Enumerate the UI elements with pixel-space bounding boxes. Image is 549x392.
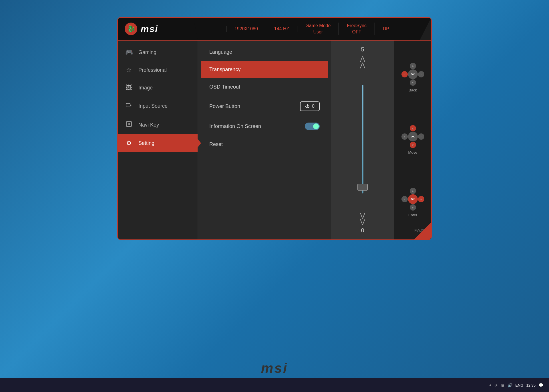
svg-marker-1 bbox=[130, 105, 132, 106]
sidebar-label-setting: Setting bbox=[138, 140, 154, 146]
slider-max-value: 5 bbox=[361, 46, 364, 53]
menu-area: Language Transparency OSD Timeout Power … bbox=[198, 41, 331, 239]
svg-rect-2 bbox=[126, 121, 132, 127]
dpad-down-btn-enter[interactable]: ∨ bbox=[410, 204, 416, 211]
header-freesync: FreeSync OFF bbox=[339, 23, 375, 35]
taskbar-monitor-icon: 🖥 bbox=[501, 383, 505, 387]
gaming-icon: 🎮 bbox=[125, 49, 133, 56]
slider-arrow-down[interactable]: ⋁⋁ bbox=[360, 212, 365, 225]
taskbar-right: ∧ ✈ 🖥 🔊 ENG 12:35 💬 bbox=[489, 383, 543, 387]
right-controls: ‹‹ OK › ∧ ∨ Back ∧ ∨ ‹ › OK Move bbox=[394, 41, 431, 239]
power-button-label: Power Button bbox=[209, 103, 240, 109]
reset-label: Reset bbox=[209, 141, 223, 147]
enter-dpad: ∧ ∨ ‹ ›› OK bbox=[401, 188, 424, 211]
power-button-icon: ⏻ bbox=[305, 104, 310, 109]
menu-item-information-on-screen[interactable]: Information On Screen bbox=[198, 117, 331, 136]
taskbar-notification-icon[interactable]: 💬 bbox=[538, 383, 543, 387]
dpad-right-btn-enter[interactable]: ›› bbox=[418, 196, 424, 202]
taskbar-airplane-icon: ✈ bbox=[494, 383, 498, 387]
sidebar: 🎮 Gaming ☆ Professional 🖼 Image Input So… bbox=[118, 41, 198, 239]
sidebar-label-input-source: Input Source bbox=[138, 103, 168, 109]
menu-item-language[interactable]: Language bbox=[198, 43, 331, 61]
dpad-ok-btn-back[interactable]: OK bbox=[408, 69, 418, 79]
menu-list: Language Transparency OSD Timeout Power … bbox=[198, 41, 331, 156]
sidebar-label-gaming: Gaming bbox=[138, 49, 156, 55]
taskbar-chevron-icon[interactable]: ∧ bbox=[489, 383, 492, 387]
move-label: Move bbox=[408, 150, 417, 155]
enter-label: Enter bbox=[408, 213, 417, 217]
dpad-up-btn-back[interactable]: ∧ bbox=[410, 63, 416, 69]
taskbar: ∧ ✈ 🖥 🔊 ENG 12:35 💬 bbox=[0, 378, 549, 392]
sidebar-label-professional: Professional bbox=[138, 67, 167, 73]
msi-brand-text: msi bbox=[141, 24, 158, 34]
dpad-up-btn-enter[interactable]: ∧ bbox=[410, 188, 416, 194]
power-button-value: 0 bbox=[312, 104, 315, 109]
input-source-icon bbox=[125, 102, 133, 110]
setting-icon: ⚙ bbox=[125, 139, 133, 147]
taskbar-volume-icon: 🔊 bbox=[508, 383, 512, 387]
toggle-knob bbox=[313, 123, 319, 129]
info-on-screen-toggle[interactable] bbox=[305, 123, 320, 130]
header-resolution: 1920X1080 bbox=[226, 26, 266, 32]
enter-control-group: ∧ ∨ ‹ ›› OK Enter bbox=[401, 188, 424, 217]
svg-point-3 bbox=[128, 123, 130, 125]
menu-item-osd-timeout[interactable]: OSD Timeout bbox=[198, 78, 331, 96]
move-control-group: ∧ ∨ ‹ › OK Move bbox=[401, 125, 424, 155]
sidebar-item-professional[interactable]: ☆ Professional bbox=[118, 61, 198, 79]
image-icon: 🖼 bbox=[125, 84, 133, 91]
dpad-left-btn-move[interactable]: ‹ bbox=[401, 133, 408, 140]
back-label: Back bbox=[409, 88, 417, 92]
dpad-right-btn-back[interactable]: › bbox=[418, 71, 424, 77]
sidebar-item-image[interactable]: 🖼 Image bbox=[118, 79, 198, 97]
professional-icon: ☆ bbox=[125, 66, 133, 74]
svg-rect-0 bbox=[126, 103, 130, 107]
header-bar: 🐉 msi 1920X1080 144 HZ Game Mode User Fr… bbox=[118, 18, 431, 41]
navi-key-icon bbox=[125, 121, 133, 129]
taskbar-time: 12:35 bbox=[526, 383, 536, 387]
sidebar-item-input-source[interactable]: Input Source bbox=[118, 97, 198, 115]
msi-dragon-logo: 🐉 bbox=[125, 23, 137, 35]
slider-track[interactable] bbox=[362, 85, 363, 193]
dpad-down-btn-move[interactable]: ∨ bbox=[410, 142, 416, 148]
slider-min-value: 0 bbox=[361, 227, 364, 234]
move-dpad: ∧ ∨ ‹ › OK bbox=[401, 125, 424, 148]
header-input: DP bbox=[375, 26, 397, 32]
dpad-up-btn-move[interactable]: ∧ bbox=[410, 125, 416, 131]
language-label: Language bbox=[209, 49, 232, 55]
logo-section: 🐉 msi bbox=[118, 18, 192, 40]
slider-track-container bbox=[331, 68, 394, 210]
dpad-left-btn-enter[interactable]: ‹ bbox=[401, 196, 408, 202]
sidebar-item-setting[interactable]: ⚙ Setting bbox=[118, 134, 198, 152]
slider-panel: 5 ⋀⋀ ⋁⋁ 0 bbox=[331, 41, 394, 239]
header-info: 1920X1080 144 HZ Game Mode User FreeSync… bbox=[192, 23, 431, 35]
dpad-right-btn-move[interactable]: › bbox=[418, 133, 424, 140]
header-refresh-rate: 144 HZ bbox=[266, 26, 297, 32]
menu-item-power-button[interactable]: Power Button ⏻ 0 bbox=[198, 96, 331, 117]
msi-bottom-logo: msi bbox=[261, 360, 288, 376]
dpad-left-btn[interactable]: ‹‹ bbox=[401, 71, 408, 77]
back-control-group: ‹‹ OK › ∧ ∨ Back bbox=[401, 63, 424, 92]
osd-timeout-label: OSD Timeout bbox=[209, 84, 240, 90]
monitor-osd-panel: 🐉 msi 1920X1080 144 HZ Game Mode User Fr… bbox=[117, 17, 432, 240]
menu-item-reset[interactable]: Reset bbox=[198, 136, 331, 153]
sidebar-label-navi-key: Navi Key bbox=[138, 122, 159, 128]
sidebar-item-gaming[interactable]: 🎮 Gaming bbox=[118, 43, 198, 61]
menu-item-transparency[interactable]: Transparency bbox=[201, 61, 328, 78]
header-game-mode: Game Mode User bbox=[297, 23, 339, 35]
firmware-label: FW.007 bbox=[414, 228, 427, 233]
dpad-ok-btn-move[interactable]: OK bbox=[408, 132, 418, 141]
dpad-down-btn-back[interactable]: ∨ bbox=[410, 79, 416, 86]
sidebar-label-image: Image bbox=[138, 85, 153, 91]
taskbar-language: ENG bbox=[515, 383, 523, 387]
main-content: 🎮 Gaming ☆ Professional 🖼 Image Input So… bbox=[118, 41, 431, 239]
dpad-ok-btn-enter[interactable]: OK bbox=[408, 194, 418, 204]
information-on-screen-label: Information On Screen bbox=[209, 123, 261, 129]
power-button-indicator: ⏻ 0 bbox=[300, 101, 320, 111]
sidebar-item-navi-key[interactable]: Navi Key bbox=[118, 115, 198, 134]
slider-thumb[interactable] bbox=[357, 184, 368, 191]
slider-arrow-up[interactable]: ⋀⋀ bbox=[360, 56, 365, 68]
back-dpad: ‹‹ OK › ∧ ∨ bbox=[401, 63, 424, 86]
transparency-label: Transparency bbox=[209, 67, 240, 73]
